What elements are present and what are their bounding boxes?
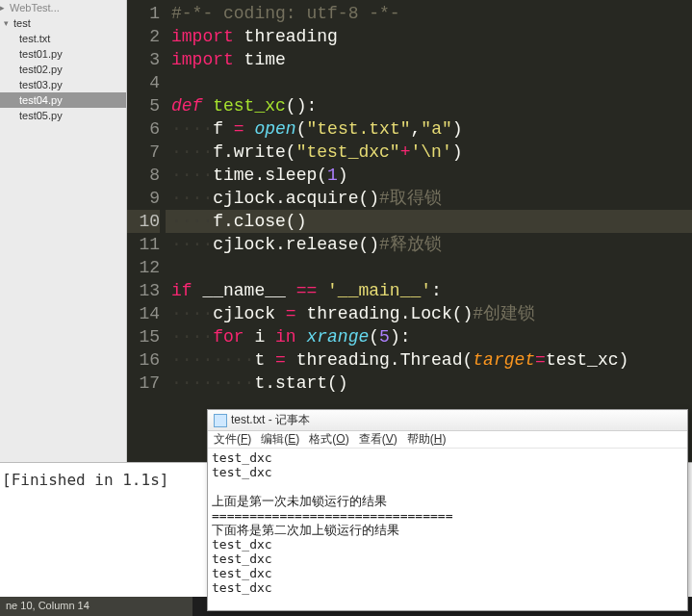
notepad-titlebar[interactable]: test.txt - 记事本 [208,410,687,431]
code-line[interactable]: ········t.start() [166,372,692,395]
notepad-menu-item[interactable]: 编辑(E) [261,431,299,448]
notepad-menu-item[interactable]: 文件(F) [214,431,251,448]
line-number: 8 [127,164,160,187]
line-number: 12 [127,256,160,279]
file-tree[interactable]: ▸WebTest... ▾test test.txttest01.pytest0… [0,0,127,462]
code-line[interactable] [166,256,692,279]
tree-file-label: test03.py [19,79,63,90]
code-line[interactable]: ····f = open("test.txt","a") [166,117,692,141]
status-bar: ne 10, Column 14 [0,597,192,616]
code-line[interactable]: import threading [166,25,692,48]
code-line[interactable]: if __name__ == '__main__': [166,279,692,302]
tree-folder-label: test [13,17,31,29]
tree-root-label: WebTest... [10,2,60,13]
code-line[interactable]: #-*- coding: utf-8 -*- [166,2,692,25]
line-number: 9 [127,187,160,210]
tree-file-label: test02.py [19,64,63,75]
code-line[interactable]: def test_xc(): [166,94,692,117]
tree-file-label: test01.py [19,48,63,60]
tree-file-label: test.txt [19,33,50,44]
tree-file-label: test05.py [19,110,63,121]
line-number: 10 [127,210,160,233]
line-gutter: 1234567891011121314151617 [127,2,166,395]
line-number: 13 [127,279,160,302]
notepad-window[interactable]: test.txt - 记事本 文件(F)编辑(E)格式(O)查看(V)帮助(H)… [207,409,688,611]
tree-file[interactable]: test05.py [0,108,126,123]
tree-file-label: test04.py [19,94,63,106]
line-number: 15 [127,325,160,348]
code-editor[interactable]: 1234567891011121314151617 #-*- coding: u… [127,0,692,462]
code-line[interactable]: ····f.write("test_dxc"+'\n') [166,141,692,164]
code-line[interactable]: import time [166,48,692,71]
line-number: 5 [127,94,160,117]
code-line[interactable]: ····time.sleep(1) [166,164,692,187]
notepad-icon [214,414,227,427]
code-line[interactable]: ····f.close() [166,210,692,233]
notepad-menu-item[interactable]: 帮助(H) [407,431,447,448]
code-line[interactable] [166,71,692,94]
notepad-body[interactable]: test_dxc test_dxc 上面是第一次未加锁运行的结果 =======… [208,449,687,597]
notepad-menubar[interactable]: 文件(F)编辑(E)格式(O)查看(V)帮助(H) [208,431,687,449]
line-number: 4 [127,71,160,94]
line-number: 1 [127,2,160,25]
status-text: ne 10, Column 14 [6,600,90,611]
notepad-menu-item[interactable]: 格式(O) [309,431,348,448]
tree-file[interactable]: test03.py [0,77,126,92]
line-number: 17 [127,372,160,395]
line-number: 3 [127,48,160,71]
line-number: 14 [127,302,160,325]
code-line[interactable]: ········t = threading.Thread(target=test… [166,348,692,372]
line-number: 6 [127,117,160,141]
code-line[interactable]: ····for i in xrange(5): [166,325,692,348]
line-number: 2 [127,25,160,48]
tree-file[interactable]: test01.py [0,46,126,62]
line-number: 7 [127,141,160,164]
tree-root[interactable]: ▸WebTest... [0,0,126,15]
tree-folder[interactable]: ▾test [0,15,126,31]
line-number: 16 [127,348,160,372]
build-output-text: [Finished in 1.1s] [2,471,168,489]
notepad-title-text: test.txt - 记事本 [231,412,310,428]
notepad-menu-item[interactable]: 查看(V) [359,431,397,448]
code-content[interactable]: #-*- coding: utf-8 -*-import threadingim… [166,2,692,395]
code-line[interactable]: ····cjlock.acquire()#取得锁 [166,187,692,210]
code-line[interactable]: ····cjlock = threading.Lock()#创建锁 [166,302,692,325]
tree-file[interactable]: test04.py [0,92,126,108]
code-line[interactable]: ····cjlock.release()#释放锁 [166,233,692,256]
tree-file[interactable]: test.txt [0,31,126,46]
tree-file[interactable]: test02.py [0,62,126,77]
line-number: 11 [127,233,160,256]
